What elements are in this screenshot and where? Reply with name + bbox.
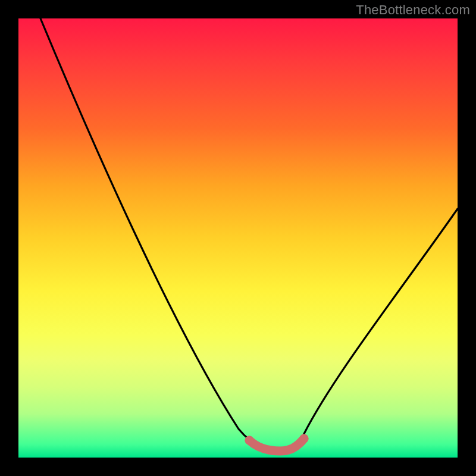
attribution-text: TheBottleneck.com xyxy=(356,2,470,18)
chart-curve xyxy=(18,18,458,458)
svg-point-1 xyxy=(300,434,309,443)
chart-plot-area xyxy=(18,18,458,458)
svg-point-0 xyxy=(245,436,254,445)
chart-frame: TheBottleneck.com xyxy=(0,0,476,476)
